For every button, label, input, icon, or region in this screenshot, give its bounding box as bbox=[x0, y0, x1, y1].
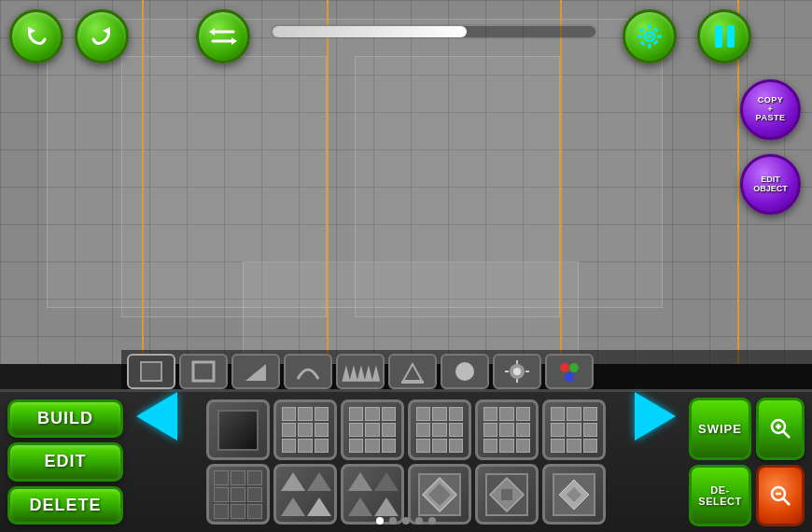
undo-button[interactable] bbox=[9, 9, 63, 63]
copy-paste-button[interactable]: COPY + PASTE bbox=[740, 79, 801, 140]
svg-marker-2 bbox=[209, 28, 215, 35]
svg-rect-8 bbox=[637, 35, 642, 38]
cell-dark-grid-1 bbox=[214, 470, 262, 519]
svg-point-24 bbox=[455, 362, 474, 381]
delete-button[interactable]: DELETE bbox=[7, 486, 123, 525]
category-burst[interactable] bbox=[493, 354, 541, 389]
progress-bar bbox=[271, 24, 597, 39]
grid-row-1 bbox=[206, 399, 606, 460]
svg-point-26 bbox=[513, 368, 521, 375]
page-dot-2[interactable] bbox=[389, 517, 397, 525]
grid-cell-8[interactable] bbox=[273, 464, 337, 525]
svg-point-32 bbox=[569, 363, 579, 372]
cell-grid-3 bbox=[416, 407, 463, 454]
cell-grid-5 bbox=[551, 407, 597, 454]
zone-rect-inner3 bbox=[243, 261, 579, 364]
svg-rect-7 bbox=[649, 44, 651, 49]
cell-diamond-2 bbox=[483, 470, 531, 519]
page-dot-1[interactable] bbox=[376, 517, 384, 525]
svg-rect-39 bbox=[501, 489, 512, 500]
svg-line-49 bbox=[783, 498, 790, 505]
object-grid bbox=[179, 392, 633, 532]
grid-cell-3[interactable] bbox=[341, 399, 404, 460]
redo-button[interactable] bbox=[75, 9, 129, 63]
svg-marker-0 bbox=[28, 27, 35, 35]
cell-grid-2 bbox=[349, 407, 396, 454]
svg-marker-19 bbox=[357, 364, 365, 381]
top-right-row: SWIPE bbox=[689, 398, 805, 460]
arrow-left-icon bbox=[136, 392, 177, 441]
zoom-out-icon bbox=[768, 483, 792, 508]
svg-marker-20 bbox=[364, 364, 372, 381]
svg-rect-9 bbox=[657, 35, 662, 38]
progress-bar-fill bbox=[273, 26, 467, 37]
category-curve[interactable] bbox=[284, 354, 332, 389]
zoom-in-button[interactable] bbox=[756, 398, 805, 460]
grid-cell-7[interactable] bbox=[206, 464, 270, 525]
grid-row-2 bbox=[206, 464, 606, 525]
svg-rect-15 bbox=[193, 362, 214, 381]
cell-solid-block bbox=[217, 410, 259, 451]
bottom-panel: BUILD EDIT DELETE bbox=[0, 389, 812, 532]
grid-cell-5[interactable] bbox=[475, 399, 539, 460]
cell-diamond bbox=[415, 470, 464, 519]
grid-cell-1[interactable] bbox=[206, 399, 270, 460]
settings-button[interactable] bbox=[623, 9, 677, 63]
swipe-button[interactable]: SWIPE bbox=[689, 398, 751, 460]
svg-marker-18 bbox=[349, 364, 357, 381]
mode-buttons-container: BUILD EDIT DELETE bbox=[0, 392, 131, 532]
page-dot-3[interactable] bbox=[402, 517, 410, 525]
pause-icon bbox=[715, 25, 735, 48]
grid-cell-2[interactable] bbox=[273, 399, 337, 460]
page-dot-4[interactable] bbox=[415, 517, 423, 525]
deselect-button[interactable]: DE-SELECT bbox=[689, 465, 751, 527]
svg-rect-14 bbox=[141, 362, 161, 381]
edit-object-button[interactable]: EDIT OBJECT bbox=[740, 154, 801, 215]
page-dot-5[interactable] bbox=[428, 517, 436, 525]
category-solid[interactable] bbox=[127, 354, 175, 389]
svg-rect-12 bbox=[640, 41, 646, 47]
category-ball[interactable] bbox=[441, 354, 489, 389]
svg-point-25 bbox=[510, 364, 525, 379]
svg-point-5 bbox=[648, 35, 651, 38]
grid-cell-9[interactable] bbox=[341, 464, 404, 525]
svg-point-33 bbox=[565, 372, 574, 382]
category-spikes[interactable] bbox=[336, 354, 385, 389]
grid-cell-6[interactable] bbox=[542, 399, 606, 460]
category-outlined[interactable] bbox=[179, 354, 228, 389]
cell-diamond-3 bbox=[550, 470, 598, 519]
category-color[interactable] bbox=[545, 354, 594, 389]
cell-pyramid-group-2 bbox=[348, 470, 397, 519]
build-button[interactable]: BUILD bbox=[7, 399, 123, 438]
grid-cell-10[interactable] bbox=[408, 464, 471, 525]
grid-cell-4[interactable] bbox=[408, 399, 471, 460]
category-hazard[interactable] bbox=[388, 354, 437, 389]
svg-rect-10 bbox=[639, 27, 645, 33]
edit-mode-button[interactable]: EDIT bbox=[7, 442, 123, 481]
svg-marker-16 bbox=[245, 364, 266, 381]
svg-marker-21 bbox=[371, 364, 380, 381]
svg-rect-6 bbox=[649, 24, 651, 29]
editor-canvas: COPY + PASTE EDIT OBJECT bbox=[0, 0, 812, 364]
swap-button[interactable] bbox=[196, 9, 250, 63]
grid-cell-11[interactable] bbox=[475, 464, 539, 525]
svg-marker-17 bbox=[342, 364, 350, 381]
prev-page-button[interactable] bbox=[131, 392, 179, 441]
orange-line-2 bbox=[327, 0, 329, 364]
category-slope[interactable] bbox=[231, 354, 280, 389]
cell-pyramid-group bbox=[281, 470, 329, 519]
zoom-in-icon bbox=[768, 416, 792, 441]
svg-marker-3 bbox=[231, 37, 237, 45]
svg-rect-11 bbox=[653, 27, 659, 33]
orange-line-1 bbox=[142, 0, 144, 364]
pause-button[interactable] bbox=[697, 9, 751, 63]
zoom-out-button[interactable] bbox=[756, 465, 805, 527]
grid-cell-12[interactable] bbox=[542, 464, 606, 525]
right-controls: SWIPE DE-SELECT bbox=[681, 392, 812, 532]
svg-rect-13 bbox=[653, 40, 659, 46]
cell-grid-4 bbox=[483, 407, 530, 454]
page-dots bbox=[376, 517, 436, 525]
svg-rect-23 bbox=[401, 381, 424, 384]
next-page-button[interactable] bbox=[633, 392, 681, 441]
svg-point-31 bbox=[560, 363, 569, 372]
